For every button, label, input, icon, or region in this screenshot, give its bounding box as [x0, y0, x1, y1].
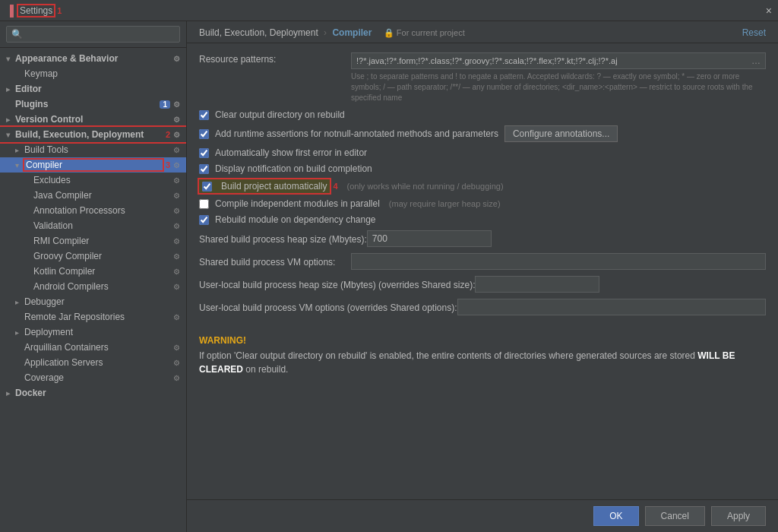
action-icon: ⚙	[173, 252, 180, 261]
action-icon: ⚙	[173, 283, 180, 291]
sidebar-item-rmi-compiler[interactable]: RMI Compiler ⚙	[0, 233, 186, 249]
warning-title: WARNING!	[199, 335, 766, 346]
sidebar-item-build-tools[interactable]: ▸ Build Tools ⚙	[0, 142, 186, 157]
checkbox-compile-parallel: Compile independent modules in parallel …	[199, 198, 766, 209]
sidebar-item-build-execution-deployment[interactable]: ▾ Build, Execution, Deployment 2 ⚙	[0, 127, 186, 142]
sidebar-item-docker[interactable]: ▸ Docker	[0, 385, 186, 401]
sidebar-item-label: Remote Jar Repositories	[24, 312, 170, 322]
sidebar-item-compiler[interactable]: ▾ Compiler 3 ⚙	[0, 157, 186, 173]
action-icon: ⚙	[173, 268, 180, 276]
breadcrumb-sep: ›	[324, 27, 329, 38]
sidebar-item-application-servers[interactable]: Application Servers ⚙	[0, 355, 186, 370]
user-vm-input[interactable]	[457, 299, 767, 315]
search-input[interactable]	[6, 26, 180, 43]
compile-parallel-checkbox[interactable]	[199, 199, 209, 209]
sidebar-item-excludes[interactable]: Excludes ⚙	[0, 173, 186, 188]
sidebar-item-label: Plugins	[15, 99, 157, 109]
shared-vm-input[interactable]	[351, 253, 766, 270]
first-error-checkbox[interactable]	[199, 148, 209, 158]
sidebar-item-label: Validation	[33, 220, 170, 231]
action-icon: ⚙	[173, 344, 180, 352]
reset-button[interactable]: Reset	[742, 27, 766, 38]
search-box	[0, 21, 186, 48]
sidebar-item-label: Annotation Processors	[33, 205, 170, 216]
sidebar-item-label: Build Tools	[24, 144, 170, 155]
clear-output-checkbox[interactable]	[199, 110, 209, 120]
badge: 1	[160, 100, 170, 109]
sidebar-item-appearance-behavior[interactable]: ▾ Appearance & Behavior ⚙	[0, 51, 186, 66]
shared-heap-row: Shared build process heap size (Mbytes):	[199, 230, 766, 247]
shared-heap-value	[367, 230, 492, 247]
runtime-assertions-label[interactable]: Add runtime assertions for notnull-annot…	[215, 128, 498, 139]
sidebar-item-remote-jar-repositories[interactable]: Remote Jar Repositories ⚙	[0, 309, 186, 325]
arrow-icon: ▸	[15, 298, 24, 306]
sidebar-item-label: Debugger	[24, 296, 180, 307]
warning-bold: WILL BE CLEARED	[199, 350, 735, 375]
sidebar-item-coverage[interactable]: Coverage ⚙	[0, 370, 186, 385]
sidebar-item-validation[interactable]: Validation ⚙	[0, 218, 186, 233]
checkbox-first-error: Automatically show first error in editor	[199, 147, 766, 158]
sidebar-item-android-compilers[interactable]: Android Compilers ⚙	[0, 279, 186, 294]
num-label: 3	[166, 160, 170, 169]
apply-button[interactable]: Apply	[711, 506, 766, 526]
runtime-assertions-checkbox[interactable]	[199, 129, 209, 139]
display-notification-label[interactable]: Display notification on build completion	[215, 163, 372, 174]
action-icon: ⚙	[173, 359, 180, 367]
sidebar-item-plugins[interactable]: Plugins 1 ⚙	[0, 97, 186, 112]
arrow-icon: ▾	[6, 131, 15, 139]
shared-vm-value	[351, 253, 766, 270]
compile-parallel-label[interactable]: Compile independent modules in parallel	[215, 198, 380, 209]
user-heap-row: User-local build process heap size (Mbyt…	[199, 276, 766, 293]
checkbox-display-notification: Display notification on build completion	[199, 163, 766, 174]
sidebar-item-label: Appearance & Behavior	[15, 53, 170, 64]
build-automatically-highlight: Build project automatically	[199, 179, 330, 193]
sidebar-item-keymap[interactable]: Keymap	[0, 66, 186, 81]
shared-heap-input[interactable]	[367, 230, 492, 247]
checkbox-runtime-assertions: Add runtime assertions for notnull-annot…	[199, 125, 766, 142]
close-button[interactable]: ×	[766, 5, 772, 17]
action-icon: ⚙	[173, 100, 180, 109]
rebuild-module-checkbox[interactable]	[199, 215, 209, 225]
ok-button[interactable]: OK	[593, 506, 638, 526]
user-heap-label: User-local build process heap size (Mbyt…	[199, 278, 475, 290]
sidebar-item-version-control[interactable]: ▸ Version Control ⚙	[0, 112, 186, 127]
sidebar-item-deployment[interactable]: ▸ Deployment	[0, 325, 186, 340]
shared-heap-label: Shared build process heap size (Mbytes):	[199, 233, 367, 245]
warning-text: If option 'Clear output directory on reb…	[199, 349, 766, 376]
sidebar-item-label: Coverage	[24, 372, 170, 383]
resource-patterns-value: !?*.java;!?*.form;!?*.class;!?*.groovy;!…	[351, 52, 766, 103]
tree: ▾ Appearance & Behavior ⚙ Keymap ▸ Edito…	[0, 48, 186, 532]
sidebar-item-debugger[interactable]: ▸ Debugger	[0, 294, 186, 309]
first-error-label[interactable]: Automatically show first error in editor	[215, 147, 367, 158]
user-heap-input[interactable]	[475, 276, 599, 293]
configure-annotations-button[interactable]: Configure annotations...	[504, 125, 618, 142]
sidebar-item-label: Java Compiler	[33, 190, 170, 201]
build-automatically-checkbox[interactable]	[202, 182, 212, 192]
action-icon: ⚙	[173, 222, 180, 230]
sidebar-item-kotlin-compiler[interactable]: Kotlin Compiler ⚙	[0, 264, 186, 279]
footer: OK Cancel Apply	[187, 499, 778, 532]
shared-vm-row: Shared build process VM options:	[199, 253, 766, 270]
build-automatically-label[interactable]: Build project automatically	[221, 181, 327, 192]
sidebar-item-label: Deployment	[24, 327, 180, 337]
user-vm-value	[457, 299, 767, 315]
action-icon: ⚙	[173, 55, 180, 63]
sidebar-item-arquillian-containers[interactable]: Arquillian Containers ⚙	[0, 340, 186, 355]
action-icon: ⚙	[173, 313, 180, 321]
sidebar-item-label: Android Compilers	[33, 281, 170, 292]
sidebar-item-annotation-processors[interactable]: Annotation Processors ⚙	[0, 203, 186, 218]
sidebar-item-label: Docker	[15, 388, 180, 398]
shared-vm-label: Shared build process VM options:	[199, 255, 351, 268]
cancel-button[interactable]: Cancel	[645, 506, 705, 526]
clear-output-label[interactable]: Clear output directory on rebuild	[215, 109, 345, 120]
num-label-4: 4	[333, 182, 337, 191]
resource-input-btn[interactable]: …	[751, 55, 761, 66]
checkbox-rebuild-module: Rebuild module on dependency change	[199, 214, 766, 225]
window-title: Settings	[18, 5, 54, 16]
arrow-icon: ▸	[6, 85, 15, 93]
sidebar-item-java-compiler[interactable]: Java Compiler ⚙	[0, 188, 186, 203]
sidebar-item-groovy-compiler[interactable]: Groovy Compiler ⚙	[0, 249, 186, 264]
sidebar-item-editor[interactable]: ▸ Editor	[0, 81, 186, 97]
display-notification-checkbox[interactable]	[199, 164, 209, 174]
rebuild-module-label[interactable]: Rebuild module on dependency change	[215, 214, 376, 225]
